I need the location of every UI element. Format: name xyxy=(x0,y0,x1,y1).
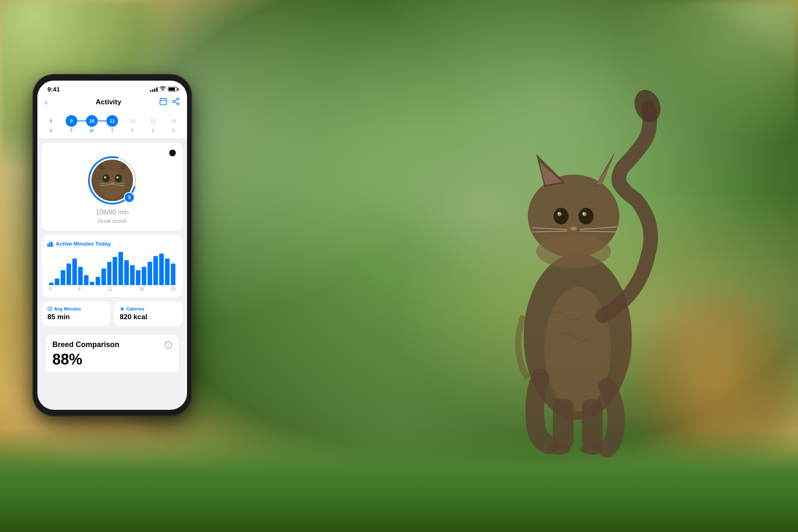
date-circle-14[interactable]: 14 xyxy=(167,115,179,127)
chart-card: Active Minutes Today xyxy=(42,235,183,297)
chart-bar-17 xyxy=(142,267,146,285)
chart-bar-14 xyxy=(124,260,129,285)
date-selector[interactable]: 8 M 9 T 10 xyxy=(37,111,187,138)
date-item-thu[interactable]: 11 T xyxy=(106,115,118,133)
svg-point-23 xyxy=(536,235,611,268)
battery-icon xyxy=(168,87,177,91)
info-button[interactable]: i xyxy=(169,149,176,158)
battery-fill xyxy=(169,88,175,91)
cat-illustration xyxy=(432,25,723,515)
svg-text:i: i xyxy=(172,151,173,155)
signal-bar-1 xyxy=(150,90,151,92)
svg-point-21 xyxy=(547,443,571,455)
chart-bar-1 xyxy=(49,283,54,285)
chart-bar-22 xyxy=(171,264,175,285)
date-circle-12[interactable]: 12 xyxy=(127,115,138,127)
svg-point-12 xyxy=(583,212,584,214)
chart-bar-21 xyxy=(165,259,170,285)
svg-rect-51 xyxy=(49,242,50,247)
status-icons xyxy=(150,86,177,92)
date-item-sun[interactable]: 14 S xyxy=(167,115,179,133)
pet-avatar-container: 3 xyxy=(91,160,133,201)
svg-point-28 xyxy=(177,98,179,100)
calories-label-text: Calories xyxy=(126,306,144,311)
svg-point-18 xyxy=(630,86,665,126)
score-current: 108 xyxy=(96,209,107,216)
chart-label-6: 6 xyxy=(78,287,81,291)
chart-bar-9 xyxy=(96,277,100,285)
date-item-sat[interactable]: 13 S xyxy=(147,115,159,133)
chart-bar-10 xyxy=(101,268,106,285)
avg-minutes-label: Avg Minutes xyxy=(47,306,105,311)
share-icon[interactable] xyxy=(172,98,180,107)
calories-label: Calories xyxy=(120,306,177,311)
breed-percentage: 88% xyxy=(52,351,172,368)
date-day-wed: W xyxy=(90,128,94,133)
date-item-fri[interactable]: 12 F xyxy=(127,115,138,133)
back-button[interactable]: ‹ xyxy=(45,98,57,107)
signal-bar-4 xyxy=(156,87,158,92)
date-day-sat: S xyxy=(152,128,155,133)
chart-bar-16 xyxy=(136,270,140,285)
chart-x-labels: 0 6 12 18 24 xyxy=(47,287,177,291)
date-circle-9[interactable]: 9 xyxy=(66,115,77,127)
score-label: Great score! xyxy=(97,218,127,224)
calendar-icon[interactable] xyxy=(160,98,167,107)
status-time: 9:41 xyxy=(47,86,60,93)
calories-value: 820 kcal xyxy=(120,313,177,321)
date-day-sun: S xyxy=(172,128,175,133)
chart-bar-8 xyxy=(90,282,94,285)
svg-point-22 xyxy=(581,443,604,455)
svg-line-32 xyxy=(175,102,177,103)
chart-bar-2 xyxy=(55,278,59,285)
chart-area xyxy=(47,252,177,285)
breed-info-icon[interactable]: i xyxy=(165,341,172,350)
app-content: i xyxy=(37,138,187,372)
wifi-icon xyxy=(160,86,166,92)
flame-icon xyxy=(120,306,125,311)
date-day-thu: T xyxy=(111,128,113,133)
svg-line-56 xyxy=(50,309,51,310)
signal-bar-2 xyxy=(152,89,153,92)
signal-bar-3 xyxy=(154,89,155,92)
date-item-wed[interactable]: 10 W xyxy=(86,115,98,133)
chart-bar-18 xyxy=(148,262,152,285)
date-circle-11[interactable]: 11 xyxy=(106,115,118,127)
chart-title-text: Active Minutes Today xyxy=(56,241,111,247)
chart-bar-19 xyxy=(153,256,158,285)
chart-bar-20 xyxy=(159,254,164,285)
svg-rect-50 xyxy=(47,244,49,247)
stats-row: Avg Minutes 85 min Calories 820 kcal xyxy=(42,301,183,326)
svg-point-30 xyxy=(172,101,175,103)
avatar-progress-ring xyxy=(79,148,145,213)
chart-label-24: 24 xyxy=(171,287,175,291)
svg-rect-52 xyxy=(51,241,52,247)
svg-text:i: i xyxy=(168,343,169,347)
signal-bars-icon xyxy=(150,87,158,92)
svg-rect-20 xyxy=(582,399,603,449)
svg-marker-5 xyxy=(539,162,562,185)
date-circle-10[interactable]: 10 xyxy=(86,115,98,127)
svg-point-13 xyxy=(570,227,577,231)
chart-bar-11 xyxy=(107,262,112,285)
svg-point-7 xyxy=(554,208,569,224)
chart-label-18: 18 xyxy=(139,287,144,291)
calories-card: Calories 820 kcal xyxy=(114,301,183,326)
date-circle-8[interactable]: 8 xyxy=(45,115,57,127)
date-item-tue[interactable]: 9 T xyxy=(66,115,77,133)
date-day-tue: T xyxy=(70,128,73,133)
svg-rect-24 xyxy=(160,99,167,105)
activity-card: i xyxy=(42,143,183,231)
activity-score: 108/90 min xyxy=(96,206,128,217)
svg-rect-53 xyxy=(52,243,53,247)
svg-point-11 xyxy=(558,212,559,214)
chart-bar-6 xyxy=(78,267,83,285)
avg-minutes-value: 85 min xyxy=(47,313,105,321)
date-item-mon[interactable]: 8 M xyxy=(45,115,57,133)
status-bar: 9:41 xyxy=(37,81,187,94)
avg-minutes-label-text: Avg Minutes xyxy=(54,306,81,311)
chart-bar-13 xyxy=(118,252,123,285)
chart-label-0: 0 xyxy=(49,287,52,291)
date-circle-13[interactable]: 13 xyxy=(147,115,159,127)
chart-bar-3 xyxy=(61,270,65,285)
